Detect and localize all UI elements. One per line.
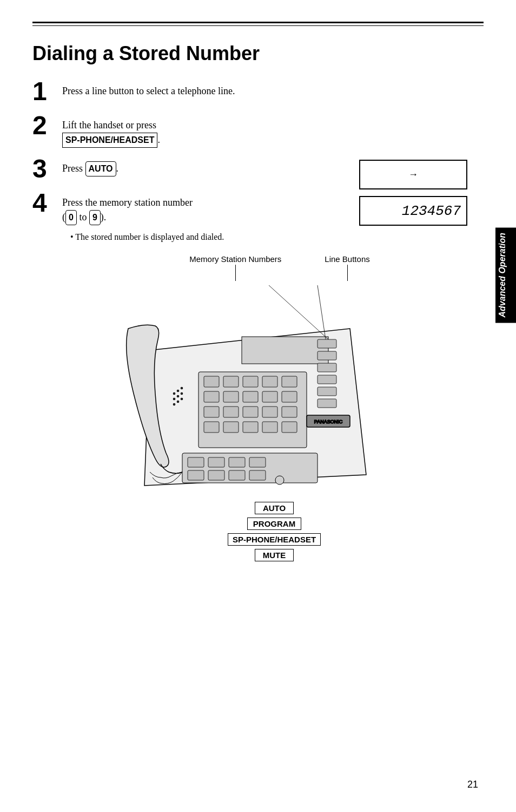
svg-rect-23: [317, 351, 336, 360]
svg-rect-30: [208, 457, 224, 467]
svg-point-38: [174, 393, 175, 395]
mute-button-container: MUTE: [255, 549, 294, 561]
step-1: 1 Press a line button to select a teleph…: [32, 81, 484, 104]
sp-phone-button-container: SP-PHONE/HEADSET: [228, 533, 321, 546]
step-1-number: 1: [32, 78, 62, 104]
memory-station-label: Memory Station Numbers: [189, 254, 281, 264]
svg-rect-22: [317, 339, 336, 348]
svg-rect-10: [262, 391, 277, 402]
svg-rect-32: [249, 457, 266, 467]
svg-text:PANASONIC: PANASONIC: [314, 419, 343, 424]
page-number: 21: [467, 779, 478, 790]
step-3-content: Press AUTO.: [62, 159, 118, 176]
svg-rect-34: [208, 470, 224, 480]
svg-point-43: [181, 393, 183, 395]
display-number: 1234567: [402, 203, 461, 219]
svg-rect-6: [282, 376, 297, 387]
step-1-text: Press a line button to select a telephon…: [62, 86, 235, 96]
step-3-suffix: .: [116, 163, 119, 174]
step-2: 2 Lift the handset or press SP-PHONE/HEA…: [32, 115, 484, 148]
svg-rect-29: [188, 457, 204, 467]
line-buttons-label-container: Line Buttons: [325, 254, 369, 281]
display-top: →: [359, 160, 467, 189]
steps-wrapper: 1 Press a line button to select a teleph…: [32, 81, 484, 244]
svg-rect-31: [229, 457, 245, 467]
step-4-number: 4: [32, 190, 62, 216]
side-tab: Advanced Operation: [495, 227, 516, 323]
svg-rect-21: [282, 422, 297, 433]
display-bottom: 1234567: [359, 196, 467, 226]
svg-point-40: [181, 388, 183, 389]
svg-rect-26: [317, 387, 336, 396]
phone-illustration: PANASONIC: [32, 285, 484, 513]
step-2-suffix: .: [157, 134, 160, 145]
svg-rect-14: [243, 407, 258, 417]
step-2-number: 2: [32, 113, 62, 139]
auto-key: AUTO: [85, 161, 116, 176]
svg-rect-12: [204, 407, 219, 417]
svg-rect-3: [223, 376, 239, 387]
svg-rect-18: [223, 422, 239, 433]
memory-line: [235, 265, 236, 281]
svg-point-42: [177, 396, 179, 397]
phone-svg: PANASONIC: [117, 285, 399, 513]
page-title: Dialing a Stored Number: [32, 42, 484, 65]
line-buttons-label: Line Buttons: [325, 254, 369, 264]
top-border: [32, 22, 484, 26]
display-pair: → 1234567: [359, 160, 467, 226]
svg-rect-19: [243, 422, 258, 433]
svg-rect-25: [317, 375, 336, 384]
key-9: 9: [89, 210, 101, 225]
svg-point-45: [177, 401, 179, 403]
svg-rect-27: [317, 399, 336, 408]
step-1-content: Press a line button to select a telephon…: [62, 81, 235, 99]
sp-phone-button-label: SP-PHONE/HEADSET: [228, 533, 321, 546]
svg-rect-2: [204, 376, 219, 387]
key-0: 0: [65, 210, 77, 225]
svg-line-49: [269, 285, 328, 339]
mute-button-label: MUTE: [255, 549, 294, 561]
svg-rect-4: [243, 376, 258, 387]
svg-rect-5: [262, 376, 277, 387]
step-4-suffix: ).: [101, 212, 107, 222]
memory-station-label-container: Memory Station Numbers: [189, 254, 281, 281]
bullet-text: The stored number is displayed and diale…: [70, 231, 224, 244]
svg-rect-15: [262, 407, 277, 417]
sp-phone-headset-key: SP-PHONE/HEADSET: [62, 133, 157, 148]
svg-rect-35: [229, 470, 245, 480]
svg-rect-9: [243, 391, 258, 402]
svg-rect-8: [223, 391, 239, 402]
svg-point-41: [174, 398, 175, 400]
phone-area: Memory Station Numbers Line Buttons: [32, 254, 484, 561]
svg-point-44: [174, 404, 175, 405]
svg-rect-24: [317, 363, 336, 372]
svg-rect-13: [223, 407, 239, 417]
page-container: Dialing a Stored Number 1 Press a line b…: [0, 0, 516, 812]
step-4-content: Press the memory station number (0 to 9)…: [62, 193, 224, 244]
svg-point-46: [181, 398, 183, 400]
svg-rect-20: [262, 422, 277, 433]
program-button-container: PROGRAM: [247, 518, 301, 530]
svg-point-39: [177, 390, 179, 392]
step-3-text: Press: [62, 163, 83, 174]
bullet-container: The stored number is displayed and diale…: [62, 231, 224, 244]
svg-rect-11: [282, 391, 297, 402]
svg-rect-0: [242, 337, 328, 364]
svg-point-37: [275, 476, 284, 484]
step-4-text: Press the memory station number: [62, 197, 193, 208]
svg-rect-33: [188, 470, 204, 480]
svg-rect-36: [249, 470, 266, 480]
step-2-text: Lift the handset or press: [62, 120, 156, 130]
step-2-content: Lift the handset or press SP-PHONE/HEADS…: [62, 115, 160, 148]
svg-rect-17: [204, 422, 219, 433]
line-buttons-line: [347, 265, 348, 281]
program-button-label: PROGRAM: [247, 518, 301, 530]
svg-rect-16: [282, 407, 297, 417]
step-3-number: 3: [32, 156, 62, 182]
diagram-labels: Memory Station Numbers Line Buttons: [76, 254, 484, 281]
display-arrow: →: [408, 169, 418, 180]
step-4-to: to: [79, 212, 87, 222]
svg-rect-7: [204, 391, 219, 402]
side-tab-text: Advanced Operation: [498, 233, 507, 317]
